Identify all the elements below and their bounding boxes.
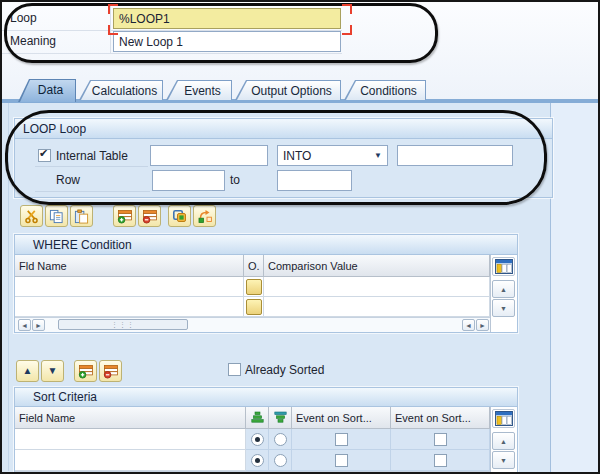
row-label: Row (56, 173, 80, 187)
table-config-button[interactable] (492, 409, 515, 428)
selection-mark-icon (108, 4, 118, 14)
smartforms-loop-screen: Loop Meaning Data Calculations Events Ou… (0, 0, 600, 474)
where-condition-groupbox: WHERE Condition Fld Name O. Comparison V… (14, 234, 518, 333)
sort-delete-row-button[interactable] (99, 360, 122, 382)
copy-button[interactable] (45, 205, 68, 227)
internal-table-label: Internal Table (56, 149, 128, 163)
sort-descending-icon (274, 411, 287, 424)
selection-mark-icon (108, 25, 118, 35)
column-header-sort-descending[interactable] (269, 407, 292, 429)
table-config-button[interactable] (492, 257, 515, 276)
insert-row-button[interactable] (113, 205, 136, 227)
right-side-panel (550, 103, 599, 472)
where-row2-field-cell[interactable] (15, 297, 244, 317)
descending-radio[interactable] (274, 454, 287, 467)
meaning-field[interactable] (113, 31, 341, 52)
sort-ascending-icon (251, 411, 264, 424)
operator-picker-button[interactable] (246, 299, 262, 315)
event-on-sort2-checkbox[interactable] (434, 454, 447, 467)
tab-data[interactable]: Data (18, 79, 76, 102)
where-row1-field-cell[interactable] (15, 277, 244, 297)
scroll-right-button[interactable]: ► (476, 319, 489, 331)
table-config-icon (495, 411, 513, 426)
where-row1-comparison-cell[interactable] (264, 277, 490, 297)
tab-calculations[interactable]: Calculations (79, 80, 163, 100)
internal-table-input[interactable] (150, 145, 268, 166)
scroll-down-button[interactable]: ▼ (492, 299, 515, 317)
delete-row-button[interactable] (138, 205, 161, 227)
column-header-event2[interactable]: Event on Sort... (391, 407, 490, 429)
sort-move-down-button[interactable]: ▼ (41, 360, 64, 382)
tabstrip: Data Calculations Events Output Options … (18, 80, 429, 102)
column-header-event1[interactable]: Event on Sort... (292, 407, 391, 429)
scroll-right-button[interactable]: ► (32, 319, 45, 331)
selection-mark-icon (342, 25, 352, 35)
scroll-up-button[interactable]: ▲ (492, 280, 515, 298)
already-sorted-checkbox[interactable] (228, 363, 241, 376)
event-on-sort2-checkbox[interactable] (434, 433, 447, 446)
move-icon (197, 209, 213, 224)
tab-events[interactable]: Events (166, 80, 232, 100)
paste-button[interactable] (70, 205, 93, 227)
into-select-value: INTO (283, 149, 311, 163)
table-config-icon (495, 259, 513, 274)
tab-conditions[interactable]: Conditions (344, 80, 426, 100)
ascending-radio[interactable] (251, 433, 264, 446)
move-button[interactable] (193, 205, 216, 227)
row-from-input[interactable] (152, 170, 225, 191)
delete-row-icon (142, 209, 158, 224)
event-on-sort1-checkbox[interactable] (335, 454, 348, 467)
scroll-left-button[interactable]: ◄ (462, 319, 475, 331)
into-target-input[interactable] (397, 145, 513, 166)
column-header-operator[interactable]: O. (244, 255, 264, 277)
where-row2-comparison-cell[interactable] (264, 297, 490, 317)
tab-output-options[interactable]: Output Options (235, 80, 341, 100)
to-label: to (230, 173, 240, 187)
insert-row-icon (117, 209, 133, 224)
form-row-divider (2, 30, 342, 31)
guide-line (35, 191, 150, 192)
scroll-left-button[interactable]: ◄ (18, 319, 31, 331)
pane-left-edge (8, 103, 9, 471)
cut-icon (24, 209, 39, 224)
column-header-fld-name[interactable]: Fld Name (15, 255, 244, 277)
already-sorted-label: Already Sorted (245, 363, 324, 377)
guide-line (35, 166, 148, 167)
sort-row2-field-cell[interactable] (15, 450, 246, 471)
operator-picker-button[interactable] (246, 279, 262, 295)
hscrollbar-thumb[interactable] (58, 319, 188, 330)
paste-icon (74, 209, 89, 224)
into-select[interactable]: INTO ▼ (277, 145, 388, 166)
chevron-down-icon: ▼ (374, 151, 382, 160)
sort-criteria-title: Sort Criteria (15, 388, 517, 407)
event-on-sort1-checkbox[interactable] (335, 433, 348, 446)
up-arrow-icon: ▲ (23, 366, 33, 376)
loop-label: Loop (10, 11, 37, 25)
descending-radio[interactable] (274, 433, 287, 446)
internal-table-checkbox[interactable] (38, 149, 51, 162)
insert-row-icon (78, 364, 94, 379)
select-block-button[interactable] (168, 205, 191, 227)
sort-insert-row-button[interactable] (74, 360, 97, 382)
selection-mark-icon (342, 4, 352, 14)
where-condition-title: WHERE Condition (15, 235, 517, 255)
down-arrow-icon: ▼ (48, 366, 58, 376)
loop-name-field[interactable] (113, 8, 341, 29)
column-header-comparison-value[interactable]: Comparison Value (264, 255, 490, 277)
ascending-radio[interactable] (251, 454, 264, 467)
sort-criteria-groupbox: Sort Criteria Field Name Event on Sort..… (14, 387, 518, 474)
scroll-down-button[interactable]: ▼ (492, 451, 515, 469)
delete-row-icon (103, 364, 119, 379)
row-to-input[interactable] (277, 170, 352, 191)
cut-button[interactable] (20, 205, 43, 227)
meaning-label: Meaning (10, 34, 56, 48)
sort-move-up-button[interactable]: ▲ (16, 360, 39, 382)
copy-icon (49, 209, 64, 224)
select-block-icon (172, 209, 188, 224)
column-header-field-name[interactable]: Field Name (15, 407, 246, 429)
scroll-up-button[interactable]: ▲ (492, 432, 515, 450)
sort-row1-field-cell[interactable] (15, 429, 246, 450)
column-header-sort-ascending[interactable] (246, 407, 269, 429)
loop-group-title: LOOP Loop (15, 119, 552, 139)
form-row-divider (2, 53, 342, 54)
